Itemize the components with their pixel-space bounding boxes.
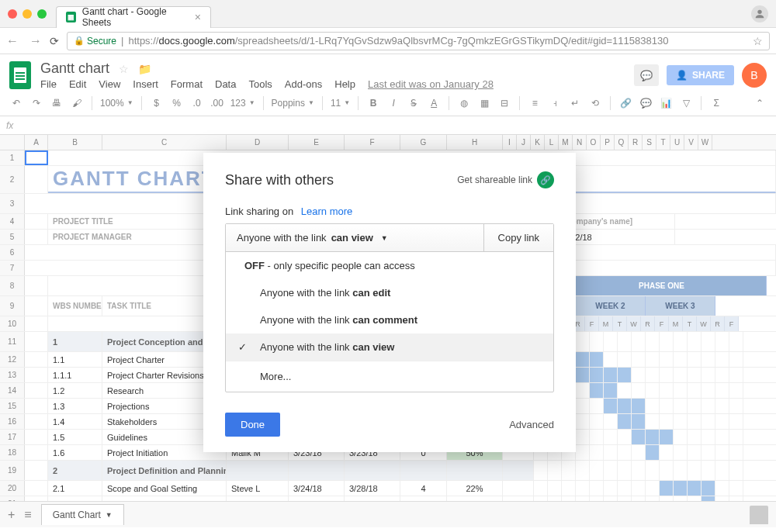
gantt-cell[interactable]	[715, 368, 729, 382]
gantt-cell[interactable]	[674, 445, 688, 460]
gantt-cell[interactable]	[646, 461, 660, 480]
cell[interactable]: 1.1.1	[48, 368, 102, 382]
browser-profile-icon[interactable]	[751, 5, 768, 22]
browser-tab[interactable]: ▦ Gantt chart - Google Sheets ×	[56, 6, 211, 28]
cell[interactable]	[25, 214, 48, 229]
document-title[interactable]: Gantt chart	[40, 60, 109, 77]
column-header[interactable]: Q	[615, 135, 629, 150]
cell[interactable]	[25, 461, 48, 480]
row-header[interactable]: 15	[0, 399, 25, 413]
column-header[interactable]: A	[25, 135, 48, 150]
gantt-cell[interactable]	[646, 332, 660, 351]
select-all-corner[interactable]	[0, 135, 25, 150]
row-header[interactable]: 1	[0, 150, 25, 165]
cell[interactable]	[503, 461, 534, 480]
permission-option-comment[interactable]: Anyone with the link can comment	[226, 306, 553, 333]
menu-help[interactable]: Help	[334, 78, 355, 90]
cell[interactable]: R	[711, 316, 725, 331]
gantt-cell[interactable]	[729, 430, 743, 444]
column-header[interactable]: V	[684, 135, 698, 150]
gantt-cell[interactable]	[632, 399, 646, 413]
gantt-cell[interactable]	[604, 399, 618, 413]
gantt-cell[interactable]	[604, 430, 618, 444]
column-header[interactable]: R	[629, 135, 643, 150]
cell[interactable]	[400, 461, 447, 480]
permission-dropdown[interactable]: Anyone with the link can view▼	[226, 224, 484, 251]
folder-icon[interactable]: 📁	[138, 63, 151, 75]
gantt-cell[interactable]	[674, 461, 688, 480]
column-header[interactable]: B	[48, 135, 102, 150]
explore-icon[interactable]	[750, 506, 768, 524]
gantt-cell[interactable]	[660, 414, 674, 429]
cell[interactable]: 1.3	[48, 399, 102, 413]
gantt-cell[interactable]	[660, 399, 674, 413]
cell[interactable]: R	[641, 316, 655, 331]
column-header[interactable]: M	[559, 135, 573, 150]
profile-avatar[interactable]: B	[742, 63, 767, 88]
gantt-cell[interactable]	[729, 399, 743, 413]
gantt-cell[interactable]	[702, 481, 715, 496]
learn-more-link[interactable]: Learn more	[301, 206, 352, 217]
gantt-cell[interactable]	[715, 332, 729, 351]
cell[interactable]	[25, 445, 48, 460]
gantt-cell[interactable]	[576, 414, 590, 429]
row-header[interactable]: 4	[0, 214, 25, 229]
print-icon[interactable]: 🖶	[50, 98, 64, 109]
gantt-cell[interactable]	[715, 481, 729, 496]
column-header[interactable]: J	[517, 135, 531, 150]
cell[interactable]: W	[697, 316, 711, 331]
close-tab-icon[interactable]: ×	[195, 11, 201, 23]
gantt-cell[interactable]	[729, 332, 743, 351]
back-icon[interactable]: ←	[6, 34, 19, 48]
cell[interactable]	[227, 461, 289, 480]
gantt-cell[interactable]	[534, 461, 548, 480]
row-header[interactable]: 16	[0, 414, 25, 429]
cell[interactable]: [Company's name]	[559, 214, 675, 229]
gantt-cell[interactable]	[646, 368, 660, 382]
gantt-cell[interactable]	[604, 445, 618, 460]
gantt-cell[interactable]	[674, 352, 688, 367]
gantt-cell[interactable]	[562, 461, 576, 480]
gantt-cell[interactable]	[688, 445, 702, 460]
cell[interactable]	[25, 352, 48, 367]
gantt-cell[interactable]	[646, 352, 660, 367]
cell[interactable]: 4	[400, 481, 447, 496]
column-header[interactable]: O	[587, 135, 601, 150]
permission-option-off[interactable]: OFF - only specific people can access	[226, 252, 553, 279]
gantt-cell[interactable]	[562, 481, 576, 496]
gantt-cell[interactable]	[646, 445, 660, 460]
rotate-icon[interactable]: ⟲	[588, 98, 602, 109]
column-header[interactable]: C	[102, 135, 227, 150]
gantt-cell[interactable]	[576, 461, 590, 480]
cell[interactable]	[25, 276, 48, 295]
redo-icon[interactable]: ↷	[29, 98, 43, 109]
collapse-icon[interactable]: ⌃	[753, 98, 767, 109]
menu-addons[interactable]: Add-ons	[285, 78, 322, 90]
gantt-cell[interactable]	[660, 383, 674, 398]
cell[interactable]	[447, 461, 503, 480]
gantt-cell[interactable]	[576, 383, 590, 398]
done-button[interactable]: Done	[225, 413, 280, 437]
cell[interactable]: Steve L	[227, 481, 289, 496]
add-sheet-icon[interactable]: +	[8, 508, 15, 522]
row-header[interactable]: 19	[0, 461, 25, 480]
font-dropdown[interactable]: Poppins▼	[272, 98, 314, 109]
gantt-cell[interactable]	[632, 445, 646, 460]
gantt-cell[interactable]	[688, 414, 702, 429]
sheet-tab[interactable]: Gantt Chart ▼	[41, 504, 124, 525]
column-header[interactable]: H	[447, 135, 503, 150]
gantt-cell[interactable]	[618, 383, 632, 398]
row-header[interactable]: 18	[0, 445, 25, 460]
gantt-cell[interactable]	[715, 414, 729, 429]
gantt-cell[interactable]	[534, 481, 548, 496]
formula-bar[interactable]: fx	[0, 116, 776, 135]
borders-icon[interactable]: ▦	[477, 98, 491, 109]
row-header[interactable]: 9	[0, 296, 25, 316]
gantt-cell[interactable]	[715, 352, 729, 367]
advanced-link[interactable]: Advanced	[509, 419, 554, 430]
gantt-cell[interactable]	[715, 461, 729, 480]
row-header[interactable]: 11	[0, 332, 25, 351]
gantt-cell[interactable]	[674, 368, 688, 382]
gantt-cell[interactable]	[688, 430, 702, 444]
gantt-cell[interactable]	[688, 399, 702, 413]
